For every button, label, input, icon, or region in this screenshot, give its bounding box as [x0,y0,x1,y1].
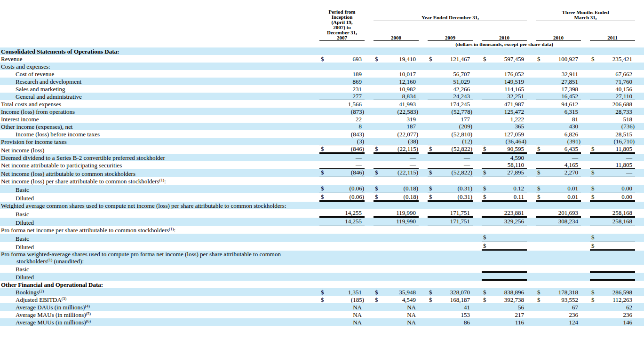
cell-box: $121,467 [428,55,473,63]
cell-box: 231 [319,86,365,93]
cell-value: (22,077) [375,131,419,138]
value-cell: 236 [536,311,581,318]
cell-value: 112,263 [595,296,636,303]
row-label-cell: Weighted average common shares used to c… [0,202,644,209]
value-cell: 119,990 [374,218,419,226]
row-label-cell: Basic [0,185,310,193]
column-spacer [419,311,428,318]
column-spacer [527,288,536,296]
row-label-cell: Total costs and expenses [0,100,310,108]
cell-value: (846) [324,169,365,176]
cell-value: 4,165 [537,161,581,168]
table-row: Other income (expenses), net8187(209)365… [0,123,644,130]
cell-box: 27,851 [536,78,581,85]
cell-value: NA [321,311,365,318]
cell-box: 869 [319,78,365,85]
cell-box: $168,187 [428,296,473,303]
cell-box: 4,590 [482,154,527,161]
column-spacer [419,169,428,177]
cell-value: 201,693 [537,209,581,216]
column-spacer [527,85,536,93]
column-spacer [581,161,590,169]
cell-box: 42,266 [428,86,473,93]
column-spacer [527,100,536,108]
column-spacer [473,234,482,242]
column-spacer [527,145,536,154]
cell-box: $(52,822) [428,145,473,154]
cell-value: 100,927 [541,55,581,63]
cell-value: 176,052 [483,71,527,78]
cell-value: 0.01 [541,193,581,200]
cell-box: 22 [319,116,365,123]
cell-box: $ [482,242,527,251]
row-label: Pro forma weighted-average shares used t… [1,251,305,265]
cell-value: 67,662 [591,71,635,78]
value-cell: 1,222 [482,115,527,123]
column-spacer [527,78,536,85]
value-cell [590,273,635,281]
cell-value: (52,822) [432,145,473,152]
cell-value: 1,566 [321,101,365,108]
row-label-cell: Adjusted EBITDA(3) [0,296,310,303]
cell-box: 1,222 [482,116,527,123]
column-spacer [473,123,482,130]
cell-value: — [591,154,635,161]
row-label-cell: Costs and expenses: [0,63,644,70]
value-cell: 869 [319,78,365,85]
cell-value: 16,452 [537,93,581,100]
column-spacer [310,234,319,242]
cell-box: 471,987 [482,101,527,108]
row-label: Average DAUs (in millions)(4) [16,304,90,311]
cell-box: (391) [536,138,581,145]
cell-value: 11,805 [591,161,635,168]
cell-box: 176,052 [482,71,527,78]
header-spacer [419,21,428,40]
cell-value: 1,351 [324,289,365,296]
cell-value: 114,165 [483,86,527,93]
column-spacer [581,115,590,123]
value-cell: 146 [590,318,635,326]
column-spacer [365,311,374,318]
column-spacer [635,154,644,161]
cell-box: $27,895 [482,169,527,177]
cell-value: 41,993 [375,101,419,108]
footnote-marker: (1) [159,178,164,182]
column-spacer [419,100,428,108]
value-cell: 42,266 [428,85,473,93]
cell-box: $235,421 [590,55,635,63]
cell-box: $90,595 [482,145,527,154]
cell-value: 365 [483,123,527,130]
value-cell [536,265,581,273]
value-cell: $35,948 [374,288,419,296]
column-spacer [365,154,374,161]
header-year-2008: 2008 [374,21,419,40]
cell-box: 124 [536,319,581,326]
table-row: Income (loss) from operations(873)(22,58… [0,108,644,115]
column-spacer [635,296,644,303]
table-row: Cost of revenue18910,01756,707176,05232,… [0,70,644,78]
row-label: Income (loss) from operations [1,108,75,115]
column-spacer [310,145,319,154]
column-spacer [365,296,374,303]
column-spacer [365,138,374,145]
column-spacer [635,242,644,251]
cell-box: $(0.31) [428,193,473,202]
cell-box: $19,410 [374,55,419,63]
value-cell: $(52,822) [428,145,473,154]
column-spacer [473,218,482,226]
row-label: Revenue [1,55,22,63]
column-spacer [527,123,536,130]
column-spacer [419,318,428,326]
cell-value: 4,549 [378,296,419,303]
column-spacer [527,242,536,251]
cell-box: 6,315 [536,108,581,115]
footnote-marker: (2) [39,289,44,293]
cell-value: 178,318 [541,289,581,296]
cell-box: 153 [428,311,473,318]
cell-value: 116 [483,319,527,326]
header-units-spacer [0,40,365,47]
column-spacer [473,265,482,273]
column-spacer [310,288,319,296]
column-spacer [310,115,319,123]
table-row: Diluted$$ [0,242,644,251]
